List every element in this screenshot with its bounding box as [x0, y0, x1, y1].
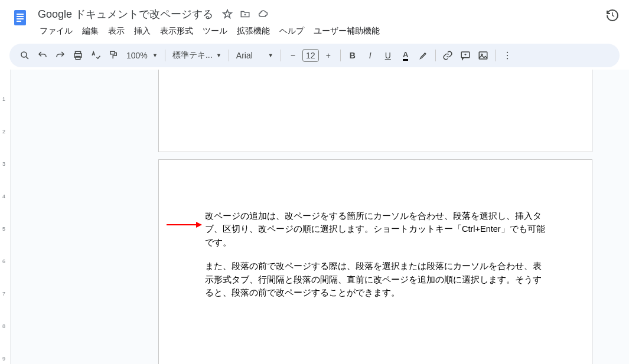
svg-point-13 [507, 52, 508, 53]
menubar: ファイル 編集 表示 挿入 表示形式 ツール 拡張機能 ヘルプ ユーザー補助機能 [35, 22, 601, 39]
header-right [605, 5, 620, 22]
vertical-ruler[interactable]: 123456789 [0, 70, 11, 81]
comment-icon[interactable] [457, 47, 474, 64]
page-1[interactable] [158, 70, 592, 81]
link-icon[interactable] [439, 47, 456, 64]
app-header: Google ドキュメントで改ページする ファイル 編集 表示 挿入 表示形式 … [0, 0, 629, 39]
caret-down-icon: ▼ [216, 53, 221, 58]
zoom-dropdown[interactable]: 100% ▼ [123, 47, 161, 64]
svg-rect-2 [17, 16, 24, 17]
search-icon[interactable] [17, 47, 33, 64]
font-dropdown[interactable]: Arial ▼ [233, 47, 277, 64]
svg-rect-3 [17, 18, 24, 19]
separator [495, 50, 496, 61]
menu-insert[interactable]: 挿入 [130, 24, 155, 39]
separator [435, 50, 436, 61]
cloud-status-icon[interactable] [257, 8, 269, 20]
fontsize-decrease-button[interactable]: − [285, 47, 301, 64]
move-folder-icon[interactable] [239, 8, 251, 20]
more-icon[interactable] [499, 47, 516, 64]
svg-rect-9 [110, 51, 115, 54]
history-icon[interactable] [605, 8, 620, 22]
zoom-value: 100% [126, 51, 150, 60]
fontsize-increase-button[interactable]: + [320, 47, 337, 64]
menu-view[interactable]: 表示 [104, 24, 129, 39]
menu-accessibility[interactable]: ユーザー補助機能 [309, 24, 384, 39]
document-title[interactable]: Google ドキュメントで改ページする [35, 6, 216, 22]
svg-rect-0 [14, 10, 26, 25]
docs-logo[interactable] [9, 7, 31, 28]
text-color-button[interactable]: A [397, 47, 414, 64]
svg-point-5 [21, 52, 27, 57]
paragraph-style-dropdown[interactable]: 標準テキ... ▼ [169, 47, 225, 64]
paint-format-icon[interactable] [105, 47, 122, 64]
highlight-button[interactable] [415, 47, 432, 64]
title-row: Google ドキュメントで改ページする [35, 5, 601, 22]
font-value: Arial [236, 51, 266, 60]
image-icon[interactable] [475, 47, 491, 64]
menu-help[interactable]: ヘルプ [275, 24, 308, 39]
menu-extensions[interactable]: 拡張機能 [233, 24, 274, 39]
print-icon[interactable] [70, 47, 86, 64]
svg-point-14 [507, 55, 508, 56]
svg-rect-1 [17, 14, 24, 15]
toolbar: 100% ▼ 標準テキ... ▼ Arial ▼ − + B I U A [9, 44, 620, 67]
italic-button[interactable]: I [362, 47, 379, 64]
underline-button[interactable]: U [380, 47, 396, 64]
page-container: 改ページの追加は、改ページをする箇所にカーソルを合わせ、段落を選択し、挿入タブ、… [13, 70, 629, 81]
header-center: Google ドキュメントで改ページする ファイル 編集 表示 挿入 表示形式 … [35, 5, 601, 39]
undo-icon[interactable] [34, 47, 51, 64]
spellcheck-icon[interactable] [87, 47, 104, 64]
style-value: 標準テキ... [172, 50, 214, 61]
caret-down-icon: ▼ [152, 53, 158, 58]
svg-rect-11 [479, 52, 487, 59]
separator [281, 50, 281, 61]
fontsize-group: − + [285, 47, 337, 64]
redo-icon[interactable] [52, 47, 69, 64]
menu-tools[interactable]: ツール [198, 24, 232, 39]
menu-file[interactable]: ファイル [35, 24, 77, 39]
separator [340, 50, 341, 61]
separator [229, 50, 229, 61]
bold-button[interactable]: B [344, 47, 361, 64]
star-icon[interactable] [221, 8, 233, 20]
caret-down-icon: ▼ [268, 53, 273, 58]
separator [165, 50, 165, 61]
fontsize-input[interactable] [302, 49, 319, 62]
svg-point-15 [507, 58, 508, 59]
editor-area: 123456789 改ページの追加は、改ページをする箇所にカーソルを合わせ、段落… [0, 70, 629, 81]
svg-rect-4 [17, 21, 21, 22]
menu-edit[interactable]: 編集 [78, 24, 103, 39]
text-format-group: B I U A [344, 47, 432, 64]
menu-format[interactable]: 表示形式 [156, 24, 197, 39]
